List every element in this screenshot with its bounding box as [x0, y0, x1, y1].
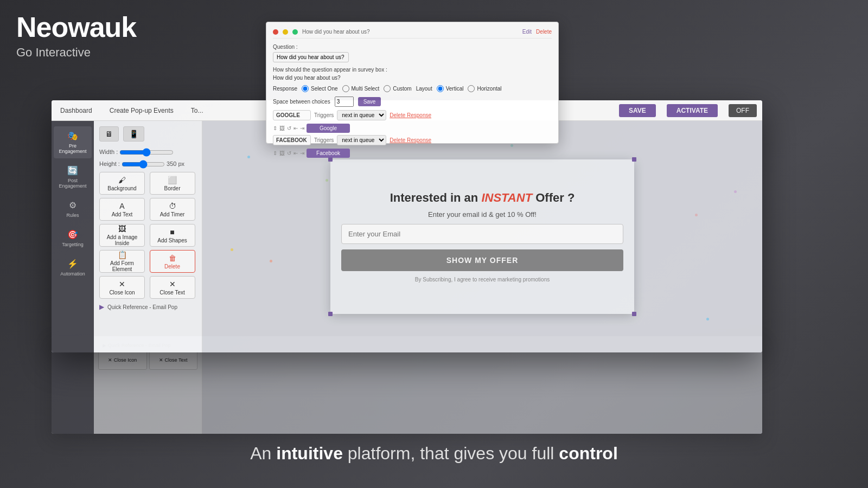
sidebar-post-engagement[interactable]: 🔄 PostEngagement [54, 161, 92, 193]
height-unit: px [178, 160, 184, 167]
triggers-label-1: Triggers [314, 112, 334, 118]
desktop-btn[interactable]: 🖥 [99, 126, 119, 142]
multi-select-radio[interactable]: Multi Select [342, 85, 380, 92]
custom-radio[interactable]: Custom [384, 85, 411, 92]
handle-br[interactable] [632, 312, 636, 316]
facebook-icon-5: ⇥ [300, 150, 304, 156]
panel-sidebar: 🎭 PreEngagement 🔄 PostEngagement ⚙ Rules… [52, 121, 94, 352]
google-icon-3: ↺ [287, 125, 291, 131]
activate-button[interactable]: ACTIVATE [667, 104, 718, 117]
height-label: Height : [99, 160, 120, 167]
sidebar-pre-engagement[interactable]: 🎭 PreEngagement [54, 126, 92, 158]
add-timer-btn[interactable]: ⏱ Add Timer [150, 198, 195, 221]
border-icon: ⬜ [168, 176, 177, 184]
height-value: 350 [167, 160, 176, 167]
response-label: Response [273, 86, 297, 92]
google-trigger-select[interactable]: next in queue [337, 110, 386, 120]
add-text-btn[interactable]: A Add Text [99, 198, 145, 221]
nav-create-popup[interactable]: Create Pop-up Events [106, 105, 177, 117]
question-input[interactable] [273, 52, 349, 62]
google-delete-link[interactable]: Delete Response [390, 112, 431, 118]
facebook-trigger-select[interactable]: next in queue [337, 135, 386, 145]
sidebar-targetting[interactable]: 🎯 Targetting [54, 225, 92, 252]
height-row: Height : 350 px [99, 160, 196, 169]
shapes-icon: ■ [170, 228, 174, 236]
quick-ref[interactable]: ▶ Quick Reference - Email Pop [99, 303, 196, 311]
popup-subtext: Enter your email id & get 10 % Off! [428, 210, 537, 219]
google-icon-4: ⇤ [293, 125, 298, 131]
targetting-label: Targetting [62, 242, 84, 247]
add-form-btn[interactable]: 📋 Add Form Element [99, 250, 145, 273]
window-max-dot [292, 29, 298, 35]
width-slider[interactable] [119, 148, 174, 157]
post-engagement-icon: 🔄 [67, 165, 78, 176]
form-icon: 📋 [118, 251, 127, 259]
horizontal-radio[interactable]: Horizontal [468, 85, 501, 92]
device-row: 🖥 📱 [99, 126, 196, 142]
quick-ref-label: Quick Reference - Email Pop [107, 304, 177, 310]
popup-disclaimer: By Subscribing, I agree to receive marke… [415, 277, 550, 282]
panel-tools: 🖥 📱 Width : Height : 350 px 🖌 Background… [94, 121, 202, 352]
vertical-radio[interactable]: Vertical [437, 85, 464, 92]
delete-icon: 🗑 [169, 254, 176, 262]
select-one-radio[interactable]: Select One [302, 85, 337, 92]
width-label: Width : [99, 149, 118, 155]
background-icon: 🖌 [118, 176, 126, 184]
close-text-btn[interactable]: ✕ Close Text [150, 276, 195, 299]
survey-delete-link[interactable]: Delete [536, 29, 552, 35]
popup-cta-button[interactable]: SHOW MY OFFER [341, 249, 623, 271]
add-image-btn[interactable]: 🖼 Add a Image Inside [99, 224, 145, 247]
tablet-btn[interactable]: 📱 [123, 126, 144, 142]
post-engagement-label: PostEngagement [59, 178, 86, 189]
appear-label: How should the question appear in survey… [273, 67, 552, 73]
brand-title: Neowauk [16, 11, 136, 43]
sidebar-automation[interactable]: ⚡ Automation [54, 254, 92, 281]
border-btn[interactable]: ⬜ Border [150, 172, 195, 195]
nav-dashboard[interactable]: Dashboard [57, 105, 95, 117]
width-row: Width : [99, 148, 196, 157]
facebook-icon-4: ⇤ [293, 150, 298, 156]
close-text-icon: ✕ [169, 280, 176, 288]
survey-question-section: Question : [273, 44, 552, 62]
add-shapes-btn[interactable]: ■ Add Shapes [150, 224, 195, 247]
tagline-bold1: intuitive [276, 444, 343, 463]
triggers-label-2: Triggers [314, 137, 334, 143]
question-label: Question : [273, 44, 552, 50]
survey-options-row: Response Select One Multi Select Custom … [273, 85, 552, 107]
close-icon-btn[interactable]: ✕ Close Icon [99, 276, 145, 299]
save-button[interactable]: SAVE [619, 104, 656, 117]
google-response-btn[interactable]: Google [307, 124, 350, 133]
background-btn[interactable]: 🖌 Background [99, 172, 145, 195]
survey-appear-section: How should the question appear in survey… [273, 67, 552, 81]
pre-engagement-label: PreEngagement [59, 143, 86, 154]
height-slider[interactable] [122, 160, 165, 169]
off-button[interactable]: OFF [729, 104, 757, 117]
popup-email-input[interactable] [341, 224, 623, 244]
window-min-dot [283, 29, 288, 35]
facebook-response-btn[interactable]: Facebook [307, 149, 350, 158]
delete-btn[interactable]: 🗑 Delete [150, 250, 195, 273]
close-icon: ✕ [119, 280, 125, 288]
brand-subtitle: Go Interactive [16, 46, 136, 60]
timer-icon: ⏱ [169, 202, 176, 210]
survey-save-button[interactable]: Save [358, 97, 381, 106]
handle-tl[interactable] [328, 157, 333, 162]
nav-more[interactable]: To... [188, 105, 207, 117]
survey-edit-link[interactable]: Edit [522, 29, 532, 35]
space-input[interactable] [335, 97, 354, 107]
popup-headline: Interested in an INSTANT Offer ? [390, 191, 575, 205]
handle-bl[interactable] [328, 312, 333, 316]
branding-block: Neowauk Go Interactive [16, 11, 136, 60]
sidebar-rules[interactable]: ⚙ Rules [54, 196, 92, 222]
google-icon-5: ⇥ [300, 125, 304, 131]
facebook-delete-link[interactable]: Delete Response [390, 137, 431, 143]
tools-grid: 🖌 Background ⬜ Border A Add Text ⏱ Add T… [99, 172, 196, 299]
appear-value: How did you hear about us? [273, 75, 552, 81]
instant-text: INSTANT [481, 191, 532, 204]
google-icon-1: ⇕ [273, 125, 277, 131]
survey-panel-title: How did you hear about us? [302, 29, 370, 35]
handle-tr[interactable] [632, 157, 636, 162]
google-response-row: GOOGLE Triggers next in queue Delete Res… [273, 110, 552, 120]
layout-label: Layout [416, 86, 432, 92]
google-icon-row: ⇕ 🖼 ↺ ⇤ ⇥ Google [273, 124, 552, 133]
